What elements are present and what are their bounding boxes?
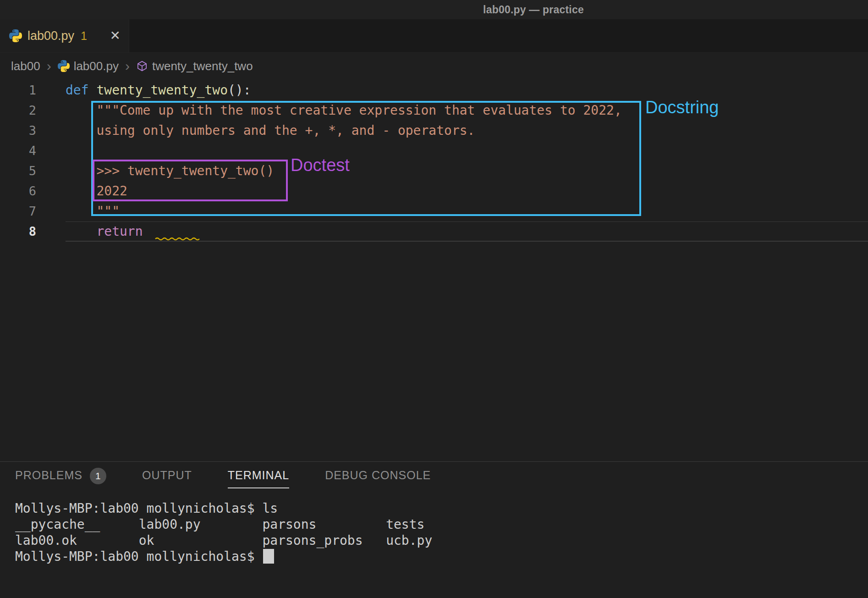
code-token bbox=[66, 204, 96, 219]
doctest-annotation-label: Doctest bbox=[291, 155, 350, 175]
code-row[interactable]: 5 >>> twenty_twenty_two() bbox=[0, 161, 868, 181]
terminal-line: Mollys-MBP:lab00 mollynicholas$ bbox=[15, 548, 868, 565]
code-row[interactable]: 1def twenty_twenty_two(): bbox=[0, 80, 868, 100]
panel-tab-problems[interactable]: PROBLEMS 1 bbox=[15, 468, 106, 489]
line-number: 8 bbox=[0, 221, 66, 242]
line-number: 3 bbox=[0, 121, 66, 141]
line-number: 5 bbox=[0, 161, 66, 181]
terminal-cursor bbox=[263, 549, 274, 564]
code-row[interactable]: 8 return bbox=[0, 221, 868, 242]
terminal[interactable]: Mollys-MBP:lab00 mollynicholas$ ls__pyca… bbox=[0, 495, 868, 565]
breadcrumb-item-label: lab00 bbox=[11, 59, 40, 73]
code-line-content: def twenty_twenty_two(): bbox=[66, 80, 868, 100]
chevron-right-icon: › bbox=[124, 59, 131, 73]
code-token bbox=[66, 103, 96, 118]
panel-tab-output[interactable]: OUTPUT bbox=[142, 469, 192, 488]
code-token bbox=[89, 83, 97, 98]
panel-tabs: PROBLEMS 1 OUTPUT TERMINAL DEBUG CONSOLE bbox=[0, 462, 868, 495]
breadcrumb-item-lab00[interactable]: lab00 bbox=[11, 59, 40, 73]
code-token: def bbox=[66, 83, 89, 98]
code-row[interactable]: 4 bbox=[0, 141, 868, 161]
code-row[interactable]: 7 """ bbox=[0, 201, 868, 221]
code-token: return bbox=[96, 224, 143, 239]
code-line-content bbox=[66, 141, 868, 161]
chevron-right-icon: › bbox=[46, 59, 52, 73]
line-number: 1 bbox=[0, 80, 66, 100]
line-number: 4 bbox=[0, 141, 66, 161]
terminal-line: __pycache__ lab00.py parsons tests bbox=[15, 516, 868, 532]
code-token bbox=[66, 224, 96, 239]
line-number: 7 bbox=[0, 201, 66, 221]
line-number: 6 bbox=[0, 181, 66, 201]
code-editor[interactable]: 1def twenty_twenty_two():2 """Come up wi… bbox=[0, 79, 868, 461]
code-row[interactable]: 3 using only numbers and the +, *, and -… bbox=[0, 121, 868, 141]
code-token: >>> twenty_twenty_two() bbox=[96, 163, 274, 178]
breadcrumb: lab00 › lab00.py › twenty_twenty_two bbox=[0, 53, 868, 79]
code-token bbox=[66, 183, 96, 199]
tab-label: lab00.py bbox=[27, 29, 74, 43]
panel-tab-debug-console[interactable]: DEBUG CONSOLE bbox=[325, 469, 431, 488]
breadcrumb-item-lab00py[interactable]: lab00.py bbox=[58, 59, 119, 73]
code-token: (): bbox=[228, 83, 251, 98]
code-token: 2022 bbox=[96, 183, 127, 199]
panel-tab-label: OUTPUT bbox=[142, 469, 192, 488]
code-line-content: using only numbers and the +, *, and - o… bbox=[66, 121, 868, 141]
code-token: """ bbox=[96, 204, 120, 219]
tab-bar: lab00.py 1 ✕ bbox=[0, 19, 868, 53]
problems-count-badge: 1 bbox=[90, 468, 106, 484]
code-line-content: >>> twenty_twenty_two() bbox=[66, 161, 868, 181]
terminal-line: lab00.ok ok parsons_probs ucb.py bbox=[15, 532, 868, 548]
python-icon bbox=[58, 60, 70, 72]
window-title: lab00.py — practice bbox=[483, 4, 584, 16]
code-token bbox=[143, 224, 151, 239]
code-lines: 1def twenty_twenty_two():2 """Come up wi… bbox=[0, 80, 868, 242]
breadcrumb-item-label: twenty_twenty_two bbox=[152, 59, 253, 73]
terminal-output: Mollys-MBP:lab00 mollynicholas$ ls__pyca… bbox=[15, 500, 868, 565]
code-row[interactable]: 6 2022 bbox=[0, 181, 868, 201]
code-line-content: """ bbox=[66, 201, 868, 221]
tab-problem-count: 1 bbox=[81, 29, 87, 43]
python-icon bbox=[9, 29, 22, 42]
code-line-content: return bbox=[66, 221, 868, 242]
code-token: using only numbers and the +, *, and - o… bbox=[96, 123, 475, 138]
panel-tab-label: PROBLEMS bbox=[15, 469, 82, 488]
bottom-panel: PROBLEMS 1 OUTPUT TERMINAL DEBUG CONSOLE… bbox=[0, 461, 868, 598]
breadcrumb-item-label: lab00.py bbox=[74, 59, 119, 73]
code-token bbox=[66, 123, 96, 138]
panel-tab-label: DEBUG CONSOLE bbox=[325, 469, 431, 488]
close-icon[interactable]: ✕ bbox=[110, 29, 121, 42]
docstring-annotation-label: Docstring bbox=[645, 98, 719, 117]
breadcrumb-item-twenty-twenty-two[interactable]: twenty_twenty_two bbox=[136, 59, 253, 73]
line-number: 2 bbox=[0, 100, 66, 121]
code-token bbox=[66, 163, 96, 178]
code-token: twenty_twenty_two bbox=[96, 83, 228, 98]
panel-tab-label: TERMINAL bbox=[228, 469, 289, 488]
warning-squiggle bbox=[155, 236, 201, 240]
titlebar: lab00.py — practice bbox=[0, 0, 868, 19]
symbol-namespace-icon bbox=[136, 60, 148, 72]
code-line-content: """Come up with the most creative expres… bbox=[66, 100, 868, 121]
panel-tab-terminal[interactable]: TERMINAL bbox=[228, 469, 289, 488]
code-line-content: 2022 bbox=[66, 181, 868, 201]
code-token: """Come up with the most creative expres… bbox=[96, 103, 621, 118]
code-row[interactable]: 2 """Come up with the most creative expr… bbox=[0, 100, 868, 121]
tab-lab00py[interactable]: lab00.py 1 ✕ bbox=[0, 19, 129, 52]
terminal-line: Mollys-MBP:lab00 mollynicholas$ ls bbox=[15, 500, 868, 516]
